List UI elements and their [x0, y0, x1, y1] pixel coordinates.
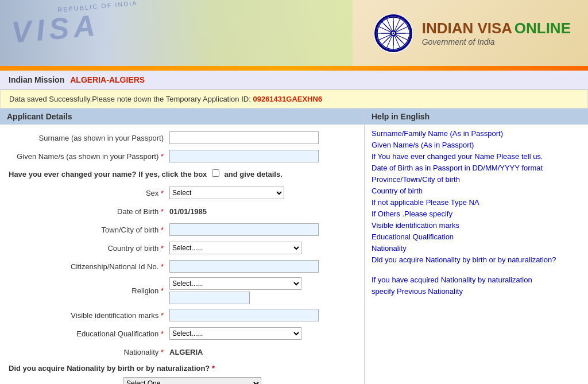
given-name-label: Given Name/s (as shown in your Passport)…: [9, 152, 169, 161]
sex-control: Select Male Female Transgender: [169, 187, 324, 199]
sex-row: Sex * Select Male Female Transgender: [9, 185, 355, 200]
dob-row: Date of Birth * 01/01/1985: [9, 204, 355, 219]
mission-label: Indian Mission: [9, 75, 64, 84]
surname-row: Surname (as shown in your Passport): [9, 130, 355, 145]
given-name-control: [169, 150, 324, 162]
nationality-label: Nationality *: [9, 348, 169, 356]
help-link-town[interactable]: Province/Town/City of birth: [372, 175, 581, 184]
header-title-line1: INDIAN VISA ONLINE: [422, 20, 571, 37]
help-link-nat-question[interactable]: Did you acquire Nationality by birth or …: [372, 255, 581, 264]
edu-label: Educational Qualification *: [9, 329, 169, 338]
success-notification: Data saved Successfully.Please note down…: [0, 90, 588, 108]
visible-marks-control: [169, 309, 324, 321]
town-control: [169, 223, 324, 236]
help-body: Surname/Family Name (As in Passport) Giv…: [365, 125, 588, 303]
help-link-prev-nat[interactable]: specify Previous Nationality: [372, 287, 581, 296]
application-id: 09261431GAEXHN6: [253, 95, 322, 103]
town-row: Town/City of birth *: [9, 222, 355, 237]
dob-control: 01/01/1985: [169, 207, 324, 216]
citizenship-control: [169, 260, 324, 273]
country-label: Country of birth *: [9, 244, 169, 253]
nat-question-text: Did you acquire Nationality by birth or …: [9, 364, 355, 373]
online-text: ONLINE: [514, 20, 571, 37]
edu-row: Educational Qualification * Select......…: [9, 326, 355, 341]
given-name-required: *: [161, 152, 164, 161]
edu-select[interactable]: Select...... Below Matriculation Matricu…: [169, 327, 301, 340]
name-change-text: Have you ever changed your name? If yes,…: [9, 169, 355, 179]
help-link-edu[interactable]: Educational Qualification: [372, 232, 581, 241]
help-link-name-change[interactable]: If You have ever changed your Name Pleas…: [372, 152, 581, 161]
gov-of-india-text: Government of India: [422, 37, 571, 46]
help-link-nationality[interactable]: Nationality: [372, 244, 581, 253]
applicant-details-header: Applicant Details: [0, 108, 364, 125]
orange-accent-bar: [0, 66, 588, 71]
surname-input[interactable]: [169, 131, 319, 144]
nationality-control: ALGERIA: [169, 348, 324, 356]
religion-other-input[interactable]: [169, 292, 250, 304]
help-header: Help in English: [365, 108, 588, 125]
nat-select[interactable]: Select One Birth Naturalization: [123, 377, 261, 384]
name-change-checkbox[interactable]: [212, 169, 219, 177]
indian-visa-text: INDIAN VISA: [422, 20, 512, 37]
nat-question-row: Did you acquire Nationality by birth or …: [9, 363, 355, 374]
given-name-row: Given Name/s (as shown in your Passport)…: [9, 149, 355, 164]
visible-marks-row: Visible identification marks *: [9, 308, 355, 323]
country-row: Country of birth * Select......: [9, 241, 355, 255]
dob-value: 01/01/1985: [169, 207, 207, 216]
sex-label: Sex *: [9, 189, 169, 197]
success-message: Data saved Successfully.Please note down…: [9, 95, 251, 103]
citizenship-row: Citizenship/National Id No. *: [9, 259, 355, 274]
help-link-given-name[interactable]: Given Name/s (As in Passport): [372, 141, 581, 149]
help-link-visible-marks[interactable]: Visible identification marks: [372, 221, 581, 230]
mission-bar: Indian Mission ALGERIA-ALGIERS: [0, 71, 588, 90]
sex-select[interactable]: Select Male Female Transgender: [169, 187, 284, 199]
visible-marks-input[interactable]: [169, 309, 319, 321]
dob-label: Date of Birth *: [9, 207, 169, 216]
help-link-country[interactable]: Country of birth: [372, 187, 581, 195]
edu-control: Select...... Below Matriculation Matricu…: [169, 327, 324, 340]
religion-control: Select...... Hindu Muslim Christian Sikh…: [169, 277, 324, 304]
header-title-area: INDIAN VISA ONLINE Government of India: [422, 20, 571, 46]
nationality-row: Nationality * ALGERIA: [9, 344, 355, 359]
svg-point-4: [392, 32, 394, 34]
ashoka-chakra-icon: [373, 13, 413, 53]
help-section: Help in English Surname/Family Name (As …: [365, 108, 588, 384]
nationality-value: ALGERIA: [169, 348, 203, 356]
main-layout: Applicant Details Surname (as shown in y…: [0, 108, 588, 384]
help-link-naturalization[interactable]: If you have acquired Nationality by natu…: [372, 276, 581, 284]
citizenship-label: Citizenship/National Id No. *: [9, 262, 169, 271]
form-section: Applicant Details Surname (as shown in y…: [0, 108, 365, 384]
town-label: Town/City of birth *: [9, 226, 169, 234]
nat-select-row: Select One Birth Naturalization: [9, 377, 355, 384]
surname-label: Surname (as shown in your Passport): [9, 134, 169, 142]
religion-select[interactable]: Select...... Hindu Muslim Christian Sikh…: [169, 277, 301, 290]
mission-value: ALGERIA-ALGIERS: [70, 75, 145, 84]
town-input[interactable]: [169, 223, 319, 236]
page-header: VISA REPUBLIC OF INDIA: [0, 0, 588, 66]
help-link-surname[interactable]: Surname/Family Name (As in Passport): [372, 129, 581, 138]
header-logo-area: INDIAN VISA ONLINE Government of India: [373, 13, 571, 53]
name-change-row: Have you ever changed your name? If yes,…: [9, 167, 355, 181]
citizenship-input[interactable]: [169, 260, 319, 273]
visible-marks-label: Visible identification marks *: [9, 311, 169, 320]
given-name-input[interactable]: [169, 150, 319, 162]
religion-row: Religion * Select...... Hindu Muslim Chr…: [9, 277, 355, 304]
help-link-religion[interactable]: If Others .Please specify: [372, 210, 581, 218]
help-link-citizenship[interactable]: If not applicable Please Type NA: [372, 198, 581, 207]
country-select[interactable]: Select......: [169, 242, 301, 254]
religion-label: Religion *: [9, 286, 169, 295]
help-link-dob[interactable]: Date of Birth as in Passport in DD/MM/YY…: [372, 164, 581, 172]
country-control: Select......: [169, 242, 324, 254]
form-body: Surname (as shown in your Passport) Give…: [0, 125, 364, 384]
surname-control: [169, 131, 324, 144]
